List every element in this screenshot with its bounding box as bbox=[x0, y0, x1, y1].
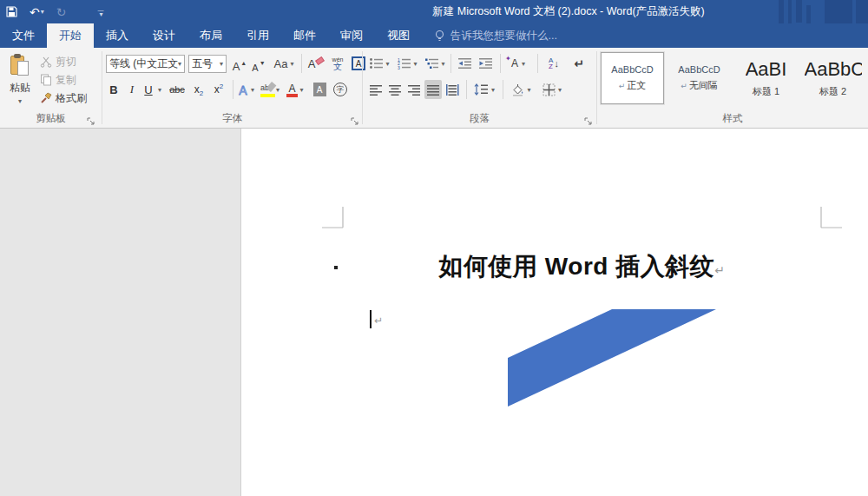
tab-insert[interactable]: 插入 bbox=[94, 23, 141, 48]
style-preview: AaBbCcD bbox=[678, 64, 720, 75]
paste-button[interactable]: 粘贴 ▾ bbox=[3, 52, 36, 113]
subscript-button[interactable]: x 2 bbox=[189, 80, 208, 99]
style-name: ↵无间隔 bbox=[681, 79, 718, 92]
copy-button[interactable]: 复制 bbox=[40, 71, 76, 89]
tab-design[interactable]: 设计 bbox=[141, 23, 187, 48]
redo-button[interactable]: ↻ bbox=[50, 0, 73, 23]
change-case-button[interactable]: Aa ▾ bbox=[271, 54, 297, 73]
svg-text:A: A bbox=[239, 83, 247, 96]
underline-dropdown[interactable]: ▾ bbox=[155, 80, 164, 99]
text-cursor bbox=[370, 310, 372, 328]
highlight-color-button[interactable]: ab ▾ bbox=[260, 80, 279, 99]
increase-indent-icon bbox=[478, 57, 493, 69]
align-left-button[interactable] bbox=[367, 80, 385, 99]
tell-me-box[interactable]: 告诉我您想要做什么... bbox=[434, 23, 557, 48]
font-dialog-launcher-icon[interactable] bbox=[351, 114, 361, 124]
paste-dropdown-icon[interactable]: ▾ bbox=[18, 97, 22, 105]
chevron-down-icon: ▾ bbox=[385, 60, 389, 68]
increase-indent-button[interactable] bbox=[476, 54, 495, 73]
title-bar: ↶ ▾ ↻ — ▾ 新建 Microsoft Word 文档 (2).docx … bbox=[0, 0, 868, 23]
style-preview: AaBbC bbox=[805, 58, 862, 81]
ribbon-tabs: 文件 开始 插入 设计 布局 引用 邮件 审阅 视图 告诉我您想要做什么... bbox=[0, 23, 868, 48]
font-size-combo[interactable]: 五号 ▾ bbox=[188, 55, 227, 73]
chevron-down-icon: ▾ bbox=[491, 86, 495, 94]
tab-view[interactable]: 视图 bbox=[375, 23, 422, 48]
font-group-label: 字体 bbox=[102, 112, 362, 125]
asian-layout-button[interactable]: ✦ A ▾ bbox=[505, 54, 531, 73]
chevron-down-icon: ▾ bbox=[299, 86, 303, 94]
character-shading-icon: A bbox=[313, 83, 326, 96]
paragraph-dialog-launcher-icon[interactable] bbox=[584, 114, 595, 124]
sort-icon: A Z bbox=[549, 57, 553, 69]
style-heading2[interactable]: AaBbC 标题 2 bbox=[801, 52, 865, 104]
word-window: ↶ ▾ ↻ — ▾ 新建 Microsoft Word 文档 (2).docx … bbox=[0, 0, 868, 496]
chevron-down-icon: ▾ bbox=[220, 60, 226, 68]
phonetic-guide-button[interactable]: wén 文 bbox=[328, 54, 347, 73]
numbering-button[interactable]: 1 2 3 ▾ bbox=[395, 54, 419, 73]
chevron-down-icon: ▾ bbox=[290, 60, 293, 68]
paste-label: 粘贴 bbox=[10, 81, 30, 96]
save-button[interactable] bbox=[0, 0, 23, 23]
diagonal-stripe-shape[interactable] bbox=[508, 309, 716, 407]
tab-references[interactable]: 引用 bbox=[234, 23, 281, 48]
font-color-button[interactable]: A ▾ bbox=[286, 80, 304, 99]
clipboard-dialog-launcher-icon[interactable] bbox=[87, 114, 97, 124]
cut-button[interactable]: 剪切 bbox=[40, 53, 76, 70]
background-decoration bbox=[779, 0, 784, 26]
superscript-button[interactable]: x 2 bbox=[209, 80, 228, 99]
align-center-button[interactable] bbox=[386, 80, 404, 99]
underline-button[interactable]: U bbox=[141, 80, 155, 99]
tab-file[interactable]: 文件 bbox=[0, 23, 47, 48]
italic-button[interactable]: I bbox=[124, 80, 140, 99]
shrink-font-icon: A bbox=[252, 63, 258, 73]
line-spacing-button[interactable]: ▾ bbox=[471, 80, 497, 99]
strikethrough-icon: abc bbox=[169, 84, 185, 95]
strikethrough-button[interactable]: abc bbox=[165, 80, 189, 99]
clear-formatting-button[interactable]: A bbox=[306, 54, 326, 73]
font-name-combo[interactable]: 等线 (中文正文 ▾ bbox=[106, 55, 185, 73]
cut-label: 剪切 bbox=[56, 55, 76, 69]
style-name: 标题 2 bbox=[819, 85, 846, 98]
copy-icon bbox=[40, 74, 52, 86]
tab-review[interactable]: 审阅 bbox=[328, 23, 375, 48]
tab-layout[interactable]: 布局 bbox=[187, 23, 234, 48]
style-heading1[interactable]: AaBI 标题 1 bbox=[734, 52, 798, 104]
clear-formatting-icon: A bbox=[308, 57, 316, 70]
shrink-font-button[interactable]: A▼ bbox=[250, 54, 267, 73]
document-page[interactable]: 如何使用 Word 插入斜纹↵ ↵ bbox=[240, 129, 868, 496]
character-shading-button[interactable]: A bbox=[311, 80, 328, 99]
highlight-icon: ab bbox=[260, 83, 274, 97]
show-formatting-marks-button[interactable]: ↵ bbox=[569, 54, 589, 73]
tab-mailings[interactable]: 邮件 bbox=[281, 23, 328, 48]
align-right-button[interactable] bbox=[405, 80, 423, 99]
grow-font-button[interactable]: A▲ bbox=[231, 54, 248, 73]
format-painter-button[interactable]: 格式刷 bbox=[40, 89, 87, 107]
distribute-button[interactable] bbox=[444, 80, 461, 99]
bold-button[interactable]: B bbox=[106, 80, 122, 99]
multilevel-list-icon bbox=[424, 57, 439, 69]
undo-button[interactable]: ↶ ▾ bbox=[23, 0, 50, 23]
document-area[interactable]: 如何使用 Word 插入斜纹↵ ↵ bbox=[0, 129, 868, 496]
chevron-down-icon: ▾ bbox=[251, 86, 254, 94]
undo-dropdown-icon[interactable]: ▾ bbox=[41, 8, 44, 16]
text-effects-button[interactable]: A ▾ bbox=[237, 80, 254, 99]
bullets-button[interactable]: ▾ bbox=[367, 54, 391, 73]
font-group: 等线 (中文正文 ▾ 五号 ▾ A▲ A▼ Aa ▾ A bbox=[102, 48, 362, 128]
numbering-icon: 1 2 3 bbox=[397, 57, 411, 69]
tab-home[interactable]: 开始 bbox=[47, 23, 94, 48]
align-left-icon bbox=[370, 84, 383, 96]
style-no-spacing[interactable]: AaBbCcD ↵无间隔 bbox=[667, 52, 731, 104]
shading-button[interactable]: ▾ bbox=[508, 80, 534, 99]
sort-button[interactable]: A Z ↓ bbox=[542, 54, 565, 73]
enclose-characters-button[interactable]: 字 bbox=[331, 80, 350, 99]
decrease-indent-button[interactable] bbox=[455, 54, 474, 73]
borders-button[interactable]: ▾ bbox=[539, 80, 565, 99]
style-normal[interactable]: AaBbCcD ↵正文 bbox=[601, 52, 664, 104]
decrease-indent-icon bbox=[457, 57, 472, 69]
chevron-down-icon: ▾ bbox=[178, 60, 184, 68]
scissors-icon bbox=[40, 56, 52, 68]
customize-qat-button[interactable]: — ▾ bbox=[91, 0, 109, 23]
justify-button[interactable] bbox=[424, 80, 442, 99]
justify-icon bbox=[427, 84, 440, 96]
multilevel-list-button[interactable]: ▾ bbox=[423, 54, 447, 73]
